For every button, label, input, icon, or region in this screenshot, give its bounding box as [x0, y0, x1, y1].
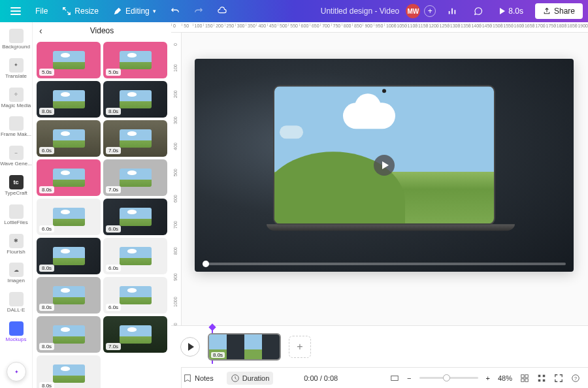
chevron-down-icon: ▾: [153, 8, 156, 14]
resize-button[interactable]: Resize: [57, 3, 104, 19]
video-thumb[interactable]: 6.0s: [37, 199, 101, 235]
video-thumb[interactable]: 8.0s: [103, 81, 167, 118]
thumb-duration-badge: 6.0s: [106, 304, 121, 311]
notes-button[interactable]: Notes: [179, 372, 218, 385]
timeline-clip[interactable]: 8.0s: [208, 333, 281, 361]
zoom-out-button[interactable]: −: [407, 374, 411, 382]
panel-title: Videos: [90, 26, 114, 35]
video-thumb[interactable]: 8.0s: [37, 81, 101, 118]
video-thumb[interactable]: 7.0s: [103, 159, 167, 196]
undo-button[interactable]: [165, 3, 185, 19]
svg-rect-7: [543, 374, 546, 377]
add-clip-button[interactable]: +: [289, 336, 311, 358]
rail-dalle[interactable]: DALL·E: [0, 289, 32, 316]
thumb-duration-badge: 8.0s: [39, 343, 54, 350]
menu-button[interactable]: [5, 4, 26, 18]
background-icon: [9, 29, 24, 43]
redo-button[interactable]: [189, 3, 208, 19]
imagen-icon: ☁: [9, 263, 24, 277]
video-thumb[interactable]: 7.0s: [103, 120, 167, 157]
thumb-duration-badge: 8.0s: [39, 186, 54, 193]
view-mode-icon[interactable]: [520, 374, 529, 383]
play-icon: [500, 8, 505, 14]
play-overlay-button[interactable]: [374, 155, 395, 176]
video-thumb[interactable]: 8.0s: [37, 316, 101, 353]
help-icon[interactable]: ?: [571, 374, 580, 383]
rail-wave-gen[interactable]: ~Wave Gene...: [0, 143, 32, 170]
video-thumb[interactable]: 6.0s: [103, 277, 167, 314]
cloud-sync-button[interactable]: [212, 3, 232, 19]
thumb-duration-badge: 8.0s: [106, 108, 121, 115]
thumb-duration-badge: 6.0s: [39, 225, 54, 233]
ruler-horizontal: 0501001502002503003504004505005506006507…: [171, 22, 588, 33]
rail-magic-media[interactable]: ✧Magic Media: [0, 85, 32, 112]
scrubber-handle[interactable]: [203, 261, 209, 267]
fullscreen-icon[interactable]: [554, 374, 563, 383]
timeline: 8.0s +: [171, 325, 588, 367]
play-preview-button[interactable]: 8.0s: [495, 3, 529, 19]
timeline-play-button[interactable]: [180, 337, 200, 357]
thumb-duration-badge: 8.0s: [39, 304, 54, 311]
svg-text:?: ?: [574, 376, 577, 380]
pencil-icon: [113, 7, 122, 16]
video-thumb[interactable]: 6.0s: [103, 238, 167, 274]
flourish-icon: ✱: [9, 234, 24, 248]
pages-icon[interactable]: [390, 374, 399, 383]
notes-icon: [183, 374, 192, 383]
video-thumb[interactable]: 8.0s: [37, 159, 101, 196]
thumb-duration-badge: 6.0s: [106, 265, 121, 272]
rail-translate[interactable]: ✦Translate: [0, 56, 32, 82]
magic-media-icon: ✧: [9, 88, 24, 102]
add-member-button[interactable]: +: [424, 5, 436, 17]
rail-background[interactable]: Background: [0, 26, 32, 53]
rail-lottie[interactable]: LottieFiles: [0, 202, 32, 229]
zoom-handle[interactable]: [443, 374, 450, 381]
video-thumb[interactable]: 8.0s: [37, 277, 101, 314]
zoom-in-button[interactable]: +: [486, 374, 490, 382]
video-thumb[interactable]: 8.0s: [37, 238, 101, 274]
undo-icon: [171, 7, 180, 16]
bottombar: Notes Duration 0:00 / 0:08 − + 48% ?: [171, 367, 588, 388]
svg-rect-5: [525, 378, 528, 381]
upload-icon: [543, 7, 551, 15]
app-rail: Background ✦Translate ✧Magic Media Frame…: [0, 22, 33, 388]
chart-icon: [448, 7, 457, 16]
translate-icon: ✦: [9, 58, 24, 73]
video-thumb[interactable]: 5.0s: [103, 42, 167, 78]
file-menu[interactable]: File: [30, 3, 53, 19]
scrubber[interactable]: [203, 263, 566, 265]
magic-fab-button[interactable]: ✦: [7, 362, 26, 381]
canvas-stage[interactable]: [195, 59, 574, 272]
analytics-button[interactable]: [442, 3, 462, 19]
comment-button[interactable]: [468, 3, 488, 19]
rail-frame-maker[interactable]: Frame Mak...: [0, 114, 32, 140]
video-thumb[interactable]: 6.0s: [103, 199, 167, 235]
thumb-duration-badge: 6.0s: [39, 147, 54, 154]
rail-imagen[interactable]: ☁Imagen: [0, 260, 32, 287]
avatar[interactable]: MW: [406, 4, 420, 18]
zoom-slider[interactable]: [419, 377, 478, 379]
share-button[interactable]: Share: [535, 3, 583, 19]
document-title[interactable]: Untitled design - Video: [321, 7, 400, 16]
typecraft-icon: tc: [9, 175, 24, 189]
editing-dropdown[interactable]: Editing ▾: [108, 3, 161, 19]
video-thumb[interactable]: 5.0s: [37, 42, 101, 78]
rail-typecraft[interactable]: tcTypeCraft: [0, 172, 32, 199]
back-button[interactable]: ‹: [39, 25, 42, 36]
duration-button[interactable]: Duration: [227, 372, 274, 385]
video-thumb-grid[interactable]: 5.0s5.0s8.0s8.0s6.0s7.0s8.0s7.0s6.0s6.0s…: [33, 39, 171, 388]
clock-icon: [231, 374, 240, 383]
lottie-icon: [9, 204, 24, 219]
rail-mockups[interactable]: Mockups: [0, 319, 32, 346]
video-thumb[interactable]: 7.0s: [103, 316, 167, 353]
svg-rect-1: [391, 376, 399, 380]
rail-flourish[interactable]: ✱Flourish: [0, 231, 32, 258]
svg-rect-3: [525, 374, 528, 377]
grid-icon[interactable]: [537, 374, 546, 383]
zoom-level: 48%: [498, 374, 512, 382]
redo-icon: [194, 7, 203, 16]
svg-rect-4: [521, 378, 524, 381]
thumb-duration-badge: 6.0s: [106, 225, 121, 233]
video-thumb[interactable]: 6.0s: [37, 120, 101, 157]
video-thumb[interactable]: 8.0s: [37, 355, 101, 388]
